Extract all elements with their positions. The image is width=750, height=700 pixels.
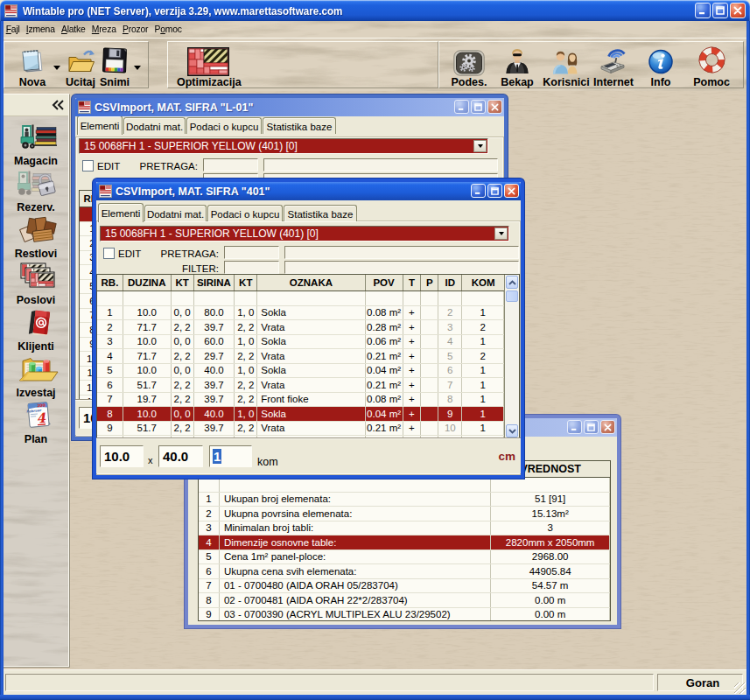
tab-podaciokupcu[interactable]: Podaci o kupcu: [207, 205, 283, 221]
sidebar-item-klijenti[interactable]: Klijenti: [4, 309, 68, 353]
stats-minimize-button[interactable]: [567, 420, 582, 434]
menu-item-izmena[interactable]: Izmena: [23, 22, 58, 37]
collapse-chevrons-icon[interactable]: [50, 98, 66, 112]
material-combobox[interactable]: 15 0068FH 1 - SUPERIOR YELLOW (401) [0]: [100, 226, 509, 242]
edit-checkbox[interactable]: [82, 160, 94, 172]
stats-row[interactable]: 4Dimenzije osnovne table:2820mm x 2050mm: [199, 536, 610, 550]
sidebar-item-restlovi[interactable]: Restlovi: [4, 216, 68, 260]
toolbar-button-snimi[interactable]: Snimi: [95, 46, 134, 88]
toolbar-button-internet[interactable]: Internet: [590, 46, 637, 88]
minimize-button[interactable]: [695, 3, 711, 18]
sidebar-item-rezerv[interactable]: Rezerv.: [4, 170, 68, 214]
menu-item-prozor[interactable]: Prozor: [119, 22, 151, 37]
column-header-t[interactable]: T: [403, 275, 422, 290]
column-header-kt[interactable]: KT: [235, 275, 257, 290]
pretraga-input-1[interactable]: [203, 158, 258, 172]
sidebar-item-poslovi[interactable]: Poslovi: [4, 262, 68, 306]
maximize-button[interactable]: [712, 3, 728, 18]
stats-row[interactable]: 6Ukupna cena svih elemenata:44905.84: [199, 564, 610, 579]
material-combobox[interactable]: 15 0068FH 1 - SUPERIOR YELLOW (401) [0]: [79, 138, 488, 154]
toolbar-button-podes[interactable]: Podes.: [445, 46, 493, 88]
menu-item-fajl[interactable]: Fajl: [4, 22, 23, 37]
tab-statistikabaze[interactable]: Statistika baze: [284, 205, 357, 221]
pretraga-input-1[interactable]: [224, 246, 279, 259]
sirina-input[interactable]: 40.0: [158, 445, 203, 467]
combobox-dropdown-button[interactable]: [473, 140, 487, 152]
column-header-duzina[interactable]: DUZINA: [123, 275, 172, 290]
toolbar-button-nova[interactable]: Nova: [11, 46, 53, 88]
sidebar-item-izvestaj[interactable]: Izvestaj: [4, 355, 68, 399]
tab-dodatnimat[interactable]: Dodatni mat.: [144, 205, 207, 221]
mdi-window-csvimport-401[interactable]: CSVImport, MAT. SIFRA "401" ElementiDoda…: [93, 178, 524, 479]
dropdown-arrow-icon[interactable]: [134, 66, 141, 70]
stats-row[interactable]: 3Minimalan broj tabli:3: [199, 522, 610, 536]
table-row[interactable]: 271.72, 239.72, 2Vrata0.28 m²+32: [97, 320, 504, 335]
column-header-p[interactable]: P: [421, 275, 438, 290]
win401-maximize-button[interactable]: [487, 184, 502, 198]
table-row[interactable]: [97, 291, 504, 306]
column-header-oznaka[interactable]: OZNAKA: [257, 275, 365, 290]
stats-row[interactable]: 701 - 0700480 (AIDA ORAH 05/283704)54.57…: [199, 579, 610, 594]
sidebar-item-magacin[interactable]: Magacin: [4, 123, 68, 167]
resize-grip[interactable]: [734, 682, 746, 694]
column-header-sirina[interactable]: SIRINA: [194, 275, 235, 290]
scroll-down-icon[interactable]: [506, 424, 518, 438]
cell-pov: 0.28 m²: [366, 320, 403, 334]
tab-statistikabaze[interactable]: Statistika baze: [263, 117, 336, 134]
l01-close-button[interactable]: [487, 100, 502, 114]
column-header-id[interactable]: ID: [438, 275, 462, 290]
toolbar-button-optimizacija[interactable]: Optimizacija: [177, 46, 240, 88]
toolbar-button-info[interactable]: Info: [639, 46, 683, 88]
stats-maximize-button[interactable]: [584, 420, 599, 434]
table-row[interactable]: 810.00, 040.01, 0Sokla0.04 m²+91: [97, 407, 504, 422]
stats-row[interactable]: 802 - 0700481 (AIDA ORAH 22*2/283704)0.0…: [199, 593, 610, 608]
table-row[interactable]: 471.72, 229.72, 2Vrata0.21 m²+52: [97, 349, 504, 364]
toolbar-button-pomoc[interactable]: Pomoc: [686, 46, 737, 88]
stats-row[interactable]: 5Cena 1m² panel-ploce:2968.00: [199, 550, 610, 565]
tab-elementi[interactable]: Elementi: [98, 203, 144, 222]
table-row[interactable]: 310.00, 060.01, 0Sokla0.06 m²+41: [97, 335, 504, 350]
pretraga-input-2[interactable]: [284, 246, 519, 259]
pretraga-input-2[interactable]: [263, 158, 498, 172]
table-row[interactable]: 951.72, 239.72, 2Vrata0.21 m²+101: [97, 422, 504, 437]
filter-input-2[interactable]: [284, 261, 519, 274]
column-header-kt[interactable]: KT: [172, 275, 194, 290]
duzina-input[interactable]: 10.0: [100, 445, 144, 467]
menu-item-mreza[interactable]: Mreza: [88, 22, 119, 37]
toolbar-button-korisnici[interactable]: Korisnici: [542, 46, 591, 88]
sidebar-item-plan[interactable]: 200Februar4Plan: [4, 402, 68, 445]
stats-row[interactable]: 2Ukupna povrsina elemenata:15.13m²: [199, 507, 610, 522]
stats-row[interactable]: [199, 478, 610, 493]
filter-input-1[interactable]: [224, 261, 279, 274]
scroll-up-icon[interactable]: [506, 276, 518, 289]
edit-checkbox[interactable]: [103, 248, 115, 259]
l01-maximize-button[interactable]: [471, 100, 486, 114]
close-button[interactable]: [730, 3, 746, 18]
l01-titlebar[interactable]: CSVImport, MAT. SIFRA "L-01": [75, 98, 504, 116]
tab-podaciokupcu[interactable]: Podaci o kupcu: [186, 117, 262, 134]
win401-close-button[interactable]: [504, 184, 519, 198]
column-header-kom[interactable]: KOM: [462, 275, 504, 290]
main-titlebar[interactable]: Wintable pro (NET Server), verzija 3.29,…: [0, 0, 750, 21]
column-header-pov[interactable]: POV: [366, 275, 403, 290]
win401-minimize-button[interactable]: [471, 184, 486, 198]
l01-minimize-button[interactable]: [454, 100, 469, 114]
stats-close-button[interactable]: [600, 420, 615, 434]
win401-titlebar[interactable]: CSVImport, MAT. SIFRA "401": [96, 182, 521, 200]
table-row[interactable]: 719.72, 239.72, 2Front fioke0.08 m²+81: [97, 393, 504, 408]
column-header-rb[interactable]: RB.: [97, 275, 123, 290]
menu-item-alatke[interactable]: Alatke: [58, 22, 88, 37]
table-row[interactable]: 651.72, 239.72, 2Vrata0.21 m²+71: [97, 378, 504, 393]
combobox-dropdown-button[interactable]: [494, 228, 508, 240]
toolbar-button-bekap[interactable]: Bekap: [494, 46, 540, 88]
tab-elementi[interactable]: Elementi: [77, 116, 123, 135]
tab-dodatnimat[interactable]: Dodatni mat.: [123, 117, 186, 134]
stats-row[interactable]: 1Ukupan broj elemenata:51 [91]: [199, 493, 610, 508]
table-row[interactable]: 110.00, 080.01, 0Sokla0.08 m²+21: [97, 306, 504, 321]
table-row[interactable]: 510.00, 040.01, 0Sokla0.04 m²+61: [97, 364, 504, 379]
stats-row[interactable]: 903 - 0700390 (ACRYL MULTIPLEX ALU 23/29…: [199, 608, 610, 621]
menu-item-pomoc[interactable]: Pomoc: [151, 22, 186, 37]
scrollbar-thumb[interactable]: [506, 290, 518, 302]
kom-input[interactable]: 1: [209, 445, 252, 467]
vertical-scrollbar[interactable]: [504, 275, 519, 438]
